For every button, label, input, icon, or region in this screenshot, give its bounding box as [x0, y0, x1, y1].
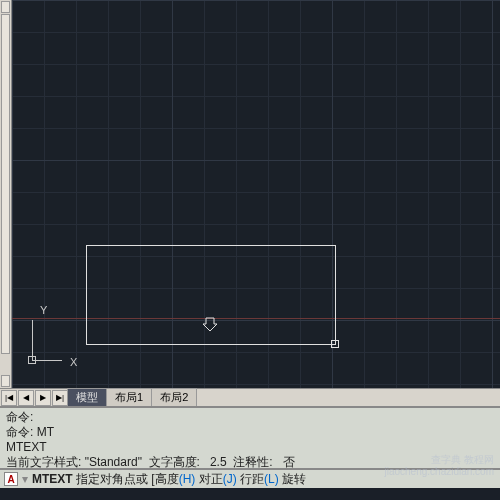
command-a-icon[interactable]: A [4, 472, 18, 486]
command-prompt: MTEXT 指定对角点或 [高度(H) 对正(J) 行距(L) 旋转 [32, 471, 306, 488]
scroll-up-button[interactable] [1, 1, 10, 13]
tab-layout1[interactable]: 布局1 [106, 388, 152, 407]
tab-nav-prev-button[interactable]: ◀ [18, 390, 34, 406]
tab-nav-first-button[interactable]: |◀ [1, 390, 17, 406]
vertical-scrollbar[interactable] [0, 0, 12, 388]
tab-nav-next-button[interactable]: ▶ [35, 390, 51, 406]
cmd-history-line: MTEXT [6, 440, 494, 455]
scroll-thumb[interactable] [1, 14, 10, 354]
ucs-x-label: X [70, 356, 77, 368]
drawing-viewport[interactable]: Y X [12, 0, 500, 388]
cursor-down-arrow-icon [202, 316, 218, 332]
cmd-history-line: 命令: MT [6, 425, 494, 440]
tab-nav-last-button[interactable]: ▶| [52, 390, 68, 406]
tab-layout2[interactable]: 布局2 [151, 388, 197, 407]
tab-model[interactable]: 模型 [67, 388, 107, 407]
cmd-history-line: 命令: [6, 410, 494, 425]
layout-tab-bar: |◀ ◀ ▶ ▶| 模型 布局1 布局2 [0, 388, 500, 406]
ucs-y-label: Y [40, 304, 47, 316]
watermark: 查字典 教程网 jiaocheng.chazidian.com [384, 454, 494, 478]
resize-handle[interactable] [331, 340, 339, 348]
command-menu-icon[interactable]: ▾ [22, 472, 28, 486]
scroll-down-button[interactable] [1, 375, 10, 387]
